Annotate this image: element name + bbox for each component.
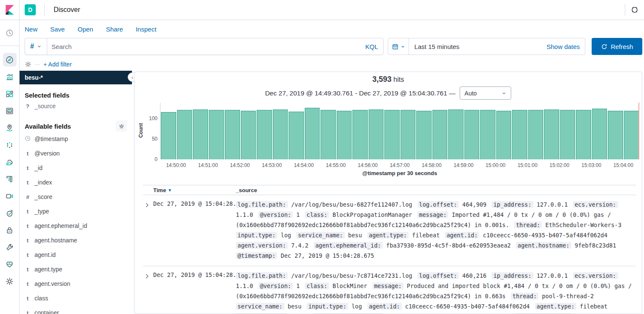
- uptime-icon[interactable]: [3, 206, 17, 220]
- show-dates-button[interactable]: Show dates: [547, 43, 580, 50]
- histogram-bar-14:57:30[interactable]: [416, 111, 432, 159]
- histogram-bar-14:58:30[interactable]: [448, 109, 464, 159]
- x-tick-14:50:00: 14:50:00: [166, 162, 186, 168]
- add-filter-button[interactable]: + Add filter: [43, 61, 72, 68]
- management-icon[interactable]: [3, 274, 17, 288]
- histogram-bar-14:53:30[interactable]: [289, 112, 304, 159]
- dev-tools-icon[interactable]: [3, 240, 17, 254]
- histogram-bar-15:01:30[interactable]: [544, 109, 559, 159]
- histogram-bar-15:04:00[interactable]: [624, 111, 639, 159]
- histogram-bar-14:54:30[interactable]: [321, 110, 336, 159]
- field-item-source[interactable]: ?_source: [25, 99, 127, 113]
- nav-link-new[interactable]: New: [25, 26, 37, 33]
- field-value-pair: log.file.path: /var/log/besu/besu-7c8714…: [236, 272, 412, 279]
- kibana-logo[interactable]: [0, 0, 20, 20]
- field-value-pair: @timestamp: Dec 27, 2019 @ 15:04:28.675: [236, 252, 374, 259]
- field-item-id[interactable]: t_id: [25, 161, 127, 175]
- x-tick-14:56:00: 14:56:00: [358, 162, 378, 168]
- field-item-agentid[interactable]: tagent.id: [25, 248, 127, 262]
- visualize-icon[interactable]: [3, 70, 17, 84]
- x-tick-14:51:00: 14:51:00: [198, 162, 218, 168]
- histogram-bar-15:01:00[interactable]: [528, 110, 544, 159]
- field-item-container[interactable]: tcontainer: [25, 305, 127, 314]
- header-zone: NewSaveOpenShareInspect # KQL Last 15 mi…: [20, 20, 644, 72]
- histogram-bar-15:02:30[interactable]: [576, 110, 591, 159]
- histogram-bar-14:57:00[interactable]: [401, 110, 416, 159]
- nav-link-save[interactable]: Save: [50, 26, 65, 33]
- nav-link-share[interactable]: Share: [106, 26, 123, 33]
- machine-learning-icon[interactable]: [3, 138, 17, 152]
- field-item-agentversion[interactable]: tagent.version: [25, 277, 127, 291]
- histogram-bar-14:49:30[interactable]: [161, 112, 176, 159]
- recently-viewed-icon[interactable]: [3, 26, 17, 40]
- histogram-bar-14:50:30[interactable]: [193, 109, 208, 159]
- saved-query-menu-button[interactable]: #: [25, 38, 47, 55]
- field-item-index[interactable]: t_index: [25, 175, 127, 190]
- discover-icon[interactable]: [3, 53, 17, 66]
- histogram-bar-14:51:30[interactable]: [225, 110, 240, 159]
- histogram-bar-14:56:30[interactable]: [384, 110, 400, 159]
- metrics-icon[interactable]: [3, 155, 17, 169]
- nav-link-inspect[interactable]: Inspect: [136, 26, 156, 33]
- field-value-pair: ip_address: 127.0.0.1: [492, 272, 568, 279]
- hits-counter: 3,593 hits: [135, 75, 642, 84]
- histogram-bar-15:00:00[interactable]: [496, 111, 512, 159]
- histogram-bar-14:54:00[interactable]: [305, 108, 320, 159]
- help-icon[interactable]: [625, 6, 644, 14]
- expand-row-icon[interactable]: [143, 271, 153, 314]
- fields-settings-gear-icon[interactable]: [116, 121, 127, 132]
- histogram-bar-14:56:00[interactable]: [369, 109, 384, 159]
- field-value-pair: class: BlockPropagationManager: [305, 211, 412, 218]
- histogram-bar-14:52:00[interactable]: [241, 111, 256, 159]
- x-axis-title: @timestamp per 30 seconds: [160, 170, 639, 176]
- monitoring-icon[interactable]: [3, 257, 17, 271]
- table-header: Time ▼ _source: [143, 185, 636, 195]
- filter-options-gear-icon[interactable]: [25, 61, 31, 68]
- canvas-icon[interactable]: [3, 104, 17, 118]
- field-item-type[interactable]: t_type: [25, 204, 127, 219]
- field-item-agenthostname[interactable]: tagent.hostname: [25, 233, 127, 248]
- field-item-class[interactable]: tclass: [25, 291, 127, 305]
- histogram-bar-15:03:00[interactable]: [592, 109, 607, 159]
- siem-icon[interactable]: [3, 223, 17, 237]
- time-range-value[interactable]: Last 15 minutes: [414, 43, 459, 50]
- discover-main-panel: 3,593 hits Dec 27, 2019 @ 14:49:30.761 -…: [134, 72, 642, 314]
- histogram-bar-15:00:30[interactable]: [512, 110, 527, 159]
- x-tick-14:54:00: 14:54:00: [294, 162, 314, 168]
- histogram-bar-14:55:00[interactable]: [337, 111, 352, 159]
- histogram-bar-14:58:00[interactable]: [432, 110, 448, 159]
- histogram-bar-14:55:30[interactable]: [352, 110, 368, 159]
- field-item-timestamp[interactable]: @timestamp: [25, 132, 127, 146]
- field-value-pair: log.offset: 464,909: [418, 201, 487, 208]
- field-item-agenttype[interactable]: tagent.type: [25, 262, 127, 277]
- histogram-bar-15:03:30[interactable]: [608, 111, 623, 159]
- search-input[interactable]: [47, 43, 360, 50]
- histogram-bar-15:02:00[interactable]: [560, 110, 575, 159]
- nav-link-open[interactable]: Open: [77, 26, 93, 33]
- field-item-agentephemeralid[interactable]: tagent.ephemeral_id: [25, 219, 127, 233]
- calendar-icon-button[interactable]: [388, 38, 409, 55]
- histogram-bar-14:59:00[interactable]: [464, 110, 480, 159]
- maps-icon[interactable]: [3, 121, 17, 135]
- index-pattern-selector[interactable]: besu-* ‹: [20, 71, 132, 84]
- time-column-header[interactable]: Time ▼: [143, 187, 236, 193]
- field-item-score[interactable]: #_score: [25, 190, 127, 204]
- kql-language-button[interactable]: KQL: [360, 43, 383, 50]
- histogram-bar-14:50:00[interactable]: [177, 110, 192, 159]
- field-value-pair: thread: EthScheduler-Workers-3: [514, 222, 621, 228]
- interval-select[interactable]: Auto: [460, 86, 511, 100]
- dashboard-icon[interactable]: [3, 87, 17, 101]
- date-picker: Last 15 minutes Show dates: [388, 38, 585, 55]
- apm-icon[interactable]: [3, 189, 17, 203]
- field-item-version[interactable]: t@version: [25, 146, 127, 161]
- refresh-button[interactable]: Refresh: [592, 38, 642, 55]
- histogram-bar-14:59:30[interactable]: [480, 110, 495, 159]
- logs-icon[interactable]: [3, 172, 17, 186]
- field-name: agent.type: [34, 266, 62, 273]
- histogram-bar-14:52:30[interactable]: [257, 110, 272, 159]
- expand-row-icon[interactable]: [143, 199, 153, 261]
- histogram-bar-14:53:00[interactable]: [273, 109, 288, 159]
- histogram-bar-14:51:00[interactable]: [209, 110, 224, 159]
- row-source: log.file.path: /var/log/besu/besu-6827fe…: [236, 199, 636, 261]
- saved-query-icon: #: [30, 43, 34, 50]
